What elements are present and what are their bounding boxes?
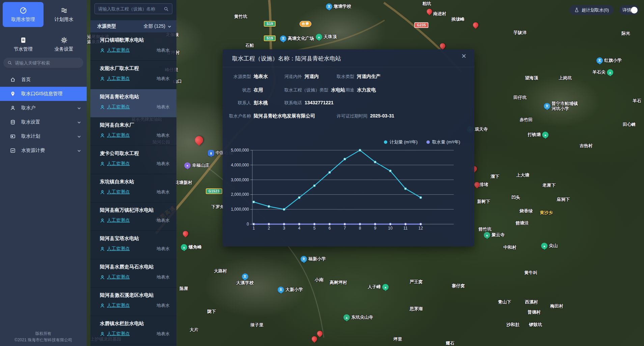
temple-poi-icon[interactable]: ▲	[343, 314, 350, 321]
station-name: 河口镇唱歌潭水电站	[100, 37, 176, 43]
mountain-poi-icon[interactable]: ▲	[382, 284, 389, 290]
station-list-item[interactable]: 陆河县青砼水电站人工监测点地表水	[90, 89, 176, 117]
sidebar-item-5[interactable]: 水资源计费	[0, 143, 87, 158]
sidebar-search-input[interactable]	[15, 60, 79, 65]
sidebar-item-label: 取水计划	[21, 133, 40, 139]
school-poi-icon[interactable]: 文	[596, 57, 603, 64]
close-icon[interactable]: ×	[461, 52, 466, 60]
map-place-label: 寨仔窝	[452, 283, 465, 289]
station-list-item[interactable]: 友能水厂取水工程人工监测点地表水	[90, 61, 176, 89]
map-poi-label: 螺角峰	[189, 245, 202, 250]
sidebar-item-0[interactable]: 首页	[0, 73, 87, 87]
sidebar-item-1[interactable]: 取水口GIS信息管理	[0, 87, 87, 101]
map-poi: 羊石尖▲	[592, 69, 613, 76]
module-document[interactable]: 节水管理	[3, 32, 44, 57]
map-place-label: 际光	[621, 30, 630, 36]
field-cell: 许可证过期时间2025-03-31	[337, 113, 394, 119]
water-source-filter[interactable]: 水源类型 全部 (125)	[90, 20, 176, 32]
station-list-item[interactable]: 河口镇唱歌潭水电站人工监测点地表水	[90, 32, 176, 61]
field-value: 水力发电	[357, 87, 376, 93]
module-gauge[interactable]: 取用水管理	[3, 2, 44, 27]
school-poi-icon[interactable]: 文	[278, 287, 284, 293]
station-name: 麦卡公司取水工程	[100, 150, 176, 157]
person-icon	[100, 48, 105, 53]
monitor-type-link[interactable]: 人工监测点	[107, 246, 130, 252]
monitor-type-link[interactable]: 人工监测点	[107, 76, 130, 82]
monitor-type-link[interactable]: 人工监测点	[107, 104, 130, 110]
station-list-item[interactable]: 东坑镇自来水站人工监测点地表水	[90, 174, 176, 203]
field-cell: 联系电话13432771221	[284, 100, 334, 106]
search-icon[interactable]	[164, 6, 169, 11]
monitor-type-link[interactable]: 人工监测点	[107, 302, 130, 309]
legend-item[interactable]: 取水量 (m³/年)	[426, 139, 460, 145]
app-root: 黄竹坑石船粗坑南进村挨垅峰芋陂洋际光望海顶上岗坑羊石田仔坑赤竹田吉告村田心崃大排…	[0, 0, 644, 346]
module-label: 取用水管理	[11, 17, 35, 23]
station-list-item[interactable]: 陆河县宝塔水电站人工监测点地表水	[90, 231, 176, 259]
toggle-knob[interactable]	[631, 7, 638, 14]
svg-text:11: 11	[403, 226, 408, 231]
over-plan-intake-badge[interactable]: 超计划取水(0)	[569, 5, 614, 15]
station-list-item[interactable]: 水唇镇水栏肚水电站人工监测点地表水	[90, 316, 176, 344]
module-label: 业务设置	[55, 46, 74, 52]
road-badge: G235	[414, 22, 428, 28]
module-gear[interactable]: 业务设置	[44, 32, 84, 57]
station-list-item[interactable]: 陆河县激石溪老区水电站人工监测点地表水	[90, 288, 176, 316]
mountain-poi-icon[interactable]: ▲	[541, 243, 548, 249]
legend-dot	[426, 140, 430, 144]
monitor-type-link[interactable]: 人工监测点	[107, 47, 130, 53]
monitor-type-link[interactable]: 人工监测点	[107, 274, 130, 280]
school-poi-icon[interactable]: 文	[326, 3, 332, 10]
station-list-item[interactable]: 陆河县水唇走马石水电站人工监测点地表水	[90, 259, 176, 288]
sidebar-item-label: 取水户	[21, 105, 35, 111]
field-cell: 联系人彭木桃	[225, 100, 268, 106]
school-poi-icon[interactable]: 文	[242, 273, 248, 280]
station-name: 水唇镇水栏肚水电站	[100, 320, 176, 327]
monitor-type-link[interactable]: 人工监测点	[107, 161, 130, 167]
field-label: 状态	[225, 87, 251, 93]
mountain-poi-icon[interactable]: ▲	[316, 34, 322, 40]
map-place-label: 梅田村	[550, 303, 563, 309]
mountain-poi-icon[interactable]: ▲	[542, 132, 549, 138]
station-search-input[interactable]	[98, 6, 164, 11]
monitor-type-link[interactable]: 人工监测点	[107, 132, 130, 138]
svg-text:3,000,000: 3,000,000	[231, 178, 249, 182]
map-poi: 文大新小学	[278, 287, 303, 293]
field-label: 取水类型	[337, 74, 354, 80]
mountain-poi-icon[interactable]: ▲	[607, 69, 613, 76]
field-label: 取水户名称	[225, 113, 251, 119]
detail-toggle[interactable]: 详情	[619, 5, 639, 15]
gas-poi-icon[interactable]: ▮	[208, 150, 214, 156]
chevron-down-icon	[167, 24, 172, 29]
map-poi-label: 墩塘学校	[334, 4, 351, 9]
person-icon	[100, 76, 105, 81]
monitor-type-link[interactable]: 人工监测点	[107, 189, 130, 195]
resort-poi-icon[interactable]: ●	[184, 162, 191, 169]
map-place-label: 烧香绿	[520, 208, 533, 214]
map-poi: 打铁塘▲	[528, 132, 549, 138]
field-value: 彭木桃	[254, 100, 268, 106]
flask-icon	[574, 7, 579, 12]
school-poi-icon[interactable]: 文	[301, 256, 307, 262]
station-list-item[interactable]: 陆河县南万镇杞洋水电站人工监测点地表水	[90, 203, 176, 231]
sidebar-item-2[interactable]: 取水户	[0, 101, 87, 115]
map-place-label: 吉告村	[580, 143, 593, 149]
chevron-down-icon	[77, 120, 81, 125]
temple-poi-icon[interactable]: ▲	[484, 232, 490, 238]
school-poi-icon[interactable]: 文	[544, 103, 550, 109]
school-poi-icon[interactable]: 文	[280, 35, 286, 42]
station-list-item[interactable]: 麦卡公司取水工程人工监测点地表水	[90, 146, 176, 174]
sidebar-item-4[interactable]: 取水计划	[0, 129, 87, 143]
legend-item[interactable]: 计划量 (m³/年)	[384, 139, 418, 145]
station-list-item[interactable]: 陆河县自来水厂人工监测点地表水	[90, 117, 176, 146]
map-poi: ▲聚云寺	[484, 232, 505, 238]
monitor-type-link[interactable]: 人工监测点	[107, 217, 130, 223]
intake-line-chart: 01,000,0002,000,0003,000,0004,000,0005,0…	[225, 147, 467, 235]
sidebar-item-3[interactable]: 取水设置	[0, 115, 87, 129]
map-poi: ▲螺角峰	[181, 244, 202, 250]
mountain-poi-icon[interactable]: ▲	[181, 244, 187, 250]
monitor-type-link[interactable]: 人工监测点	[107, 331, 130, 337]
module-waves[interactable]: 计划用水	[44, 2, 84, 27]
copyright-line1: 版权所有	[0, 330, 87, 337]
map-place-label: 粗坑	[422, 1, 431, 7]
map-place-label: 田仔坑	[513, 95, 527, 101]
